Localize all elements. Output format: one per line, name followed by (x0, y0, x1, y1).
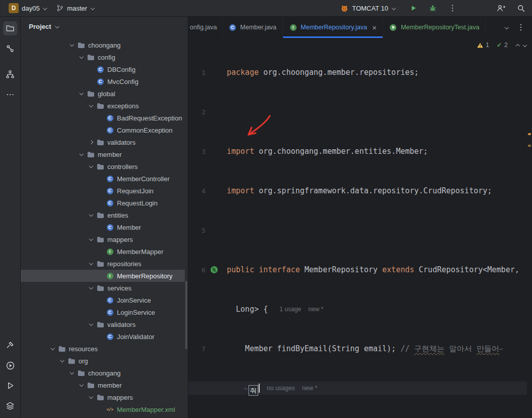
tree-row[interactable]: org (21, 355, 185, 367)
tree-row[interactable]: services (21, 282, 185, 294)
tree-row[interactable]: MemberMapper (21, 245, 185, 258)
folder-icon (96, 284, 104, 292)
chevron-down-icon[interactable] (87, 260, 95, 268)
chevron-down-icon[interactable] (68, 369, 76, 377)
tab-label: Member.java (240, 24, 277, 31)
folder-icon (87, 53, 95, 61)
chevron-down-icon[interactable] (87, 393, 95, 401)
tree-row[interactable]: choongang (21, 367, 185, 379)
tree-row[interactable]: JoinValidator (21, 330, 185, 343)
more-actions-button[interactable]: ⋮ (446, 2, 459, 14)
chevron-down-icon[interactable] (87, 284, 95, 292)
folder-icon (58, 345, 66, 353)
tab-options-button[interactable]: ⋮ (517, 23, 525, 31)
close-icon[interactable]: × (372, 24, 377, 31)
spring-bean-gutter-icon[interactable] (211, 266, 218, 273)
more-tool-windows-button[interactable]: ⋯ (3, 88, 17, 102)
tree-row[interactable]: member (21, 148, 185, 160)
tree-item-label: member (98, 151, 122, 158)
tree-row[interactable]: validators (21, 136, 185, 148)
line-number: 7 (188, 343, 206, 356)
tab-member-repository-test[interactable]: MemberRepositoryTest.java (383, 17, 486, 38)
tree-row[interactable]: mappers (21, 391, 185, 403)
vcs-inlay-hint[interactable]: new * (308, 306, 323, 313)
error-stripe-mark[interactable] (528, 145, 531, 147)
tree-row[interactable]: Member (21, 221, 185, 233)
services-tool-button[interactable] (3, 358, 17, 372)
project-tool-button[interactable] (3, 21, 17, 35)
chevron-down-icon[interactable] (87, 320, 95, 328)
tree-row[interactable]: RequestJoin (21, 185, 185, 197)
tab-member-repository[interactable]: MemberRepository.java × (283, 17, 383, 38)
usages-inlay-hint[interactable]: no usages (267, 385, 295, 392)
chevron-down-icon[interactable] (58, 357, 66, 365)
tree-row[interactable]: validators (21, 318, 185, 330)
interface-icon (289, 23, 297, 31)
next-problem-button[interactable] (522, 43, 527, 48)
tree-row[interactable]: exceptions (21, 100, 185, 112)
tree-row[interactable]: controllers (21, 160, 185, 173)
tree-row[interactable]: MemberController (21, 173, 185, 185)
warning-count: 1 (486, 41, 489, 49)
debug-button[interactable] (427, 2, 439, 14)
structure-tool-button[interactable] (3, 67, 17, 81)
editor-zone: onfig.java Member.java MemberRepository.… (188, 17, 532, 418)
error-stripe-mark[interactable] (528, 133, 531, 135)
search-everywhere-button[interactable] (515, 2, 527, 14)
code-editor[interactable]: 1package org.choongang.member.repositori… (188, 39, 527, 418)
code-with-me-button[interactable] (495, 2, 507, 14)
class-icon (106, 296, 114, 304)
chevron-down-icon[interactable] (87, 211, 95, 219)
chevron-down-icon[interactable] (87, 162, 95, 171)
tab-member[interactable]: Member.java (223, 17, 283, 38)
panel-scrollbar[interactable] (185, 281, 187, 349)
vcs-tool-button[interactable] (3, 41, 17, 56)
layers-icon (6, 401, 15, 410)
tree-row[interactable]: LoginService (21, 306, 185, 318)
tree-row[interactable]: config (21, 51, 185, 63)
layers-tool-button[interactable] (3, 399, 17, 413)
tree-row-selected[interactable]: MemberRepository (21, 270, 185, 282)
run-tool-button[interactable] (3, 379, 17, 393)
tab-config[interactable]: onfig.java (188, 17, 223, 38)
run-configuration-selector[interactable]: TOMCAT 10 (337, 3, 399, 14)
tree-row[interactable]: BadRequestException (21, 112, 185, 124)
chevron-down-icon[interactable] (77, 150, 86, 158)
tab-label: MemberRepositoryTest.java (401, 24, 479, 31)
vcs-inlay-hint[interactable]: new * (302, 385, 317, 392)
class-icon (106, 126, 114, 134)
tree-row[interactable]: RequestLogin (21, 197, 185, 209)
run-button[interactable] (407, 2, 419, 14)
editor-tab-bar: onfig.java Member.java MemberRepository.… (188, 17, 532, 38)
usages-inlay-hint[interactable]: 1 usage (279, 306, 301, 313)
tree-row[interactable]: MemberMapper.xml (21, 403, 185, 415)
inspections-widget[interactable]: 1 ✓ 2 (477, 41, 527, 49)
tree-row[interactable]: entities (21, 209, 185, 221)
chevron-down-icon[interactable] (77, 53, 86, 61)
tree-row[interactable]: choongang (21, 39, 185, 51)
tree-row[interactable]: repositories (21, 258, 185, 270)
chevron-down-icon[interactable] (87, 102, 95, 110)
chevron-down-icon[interactable] (68, 41, 76, 49)
chevron-down-icon[interactable] (77, 381, 86, 389)
tree-row[interactable]: JoinService (21, 294, 185, 306)
chevron-down-icon[interactable] (49, 345, 57, 353)
tree-row[interactable]: DBConfig (21, 63, 185, 75)
branch-selector[interactable]: master (53, 3, 98, 14)
build-tool-button[interactable] (3, 338, 17, 352)
tree-row[interactable]: resources (21, 343, 185, 355)
project-panel-title: Project (29, 23, 51, 30)
chevron-right-icon[interactable] (87, 138, 95, 146)
chevron-down-icon[interactable] (87, 235, 95, 243)
project-selector[interactable]: D day05 (5, 2, 51, 15)
project-panel-header[interactable]: Project (21, 17, 188, 36)
tree-row[interactable]: CommonException (21, 124, 185, 136)
tree-row[interactable]: global (21, 88, 185, 100)
tree-item-label: CommonException (117, 127, 173, 134)
tree-row[interactable]: member (21, 379, 185, 391)
tree-row[interactable]: mappers (21, 233, 185, 245)
tree-row[interactable]: MvcConfig (21, 75, 185, 88)
chevron-down-icon[interactable] (77, 90, 86, 98)
tab-list-dropdown-button[interactable] (504, 25, 509, 30)
prev-problem-button[interactable] (515, 43, 520, 48)
